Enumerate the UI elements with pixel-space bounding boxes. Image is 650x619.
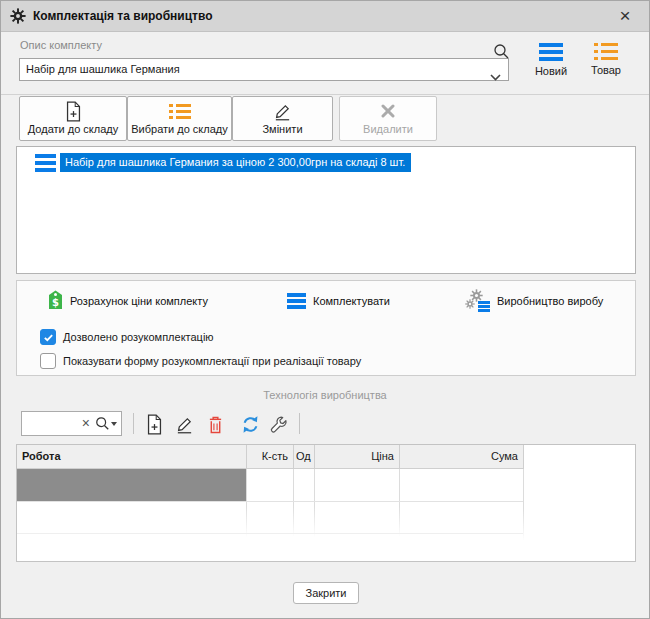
edit-work-button[interactable] xyxy=(173,412,195,436)
clear-search-icon[interactable]: × xyxy=(79,412,93,435)
list-item[interactable]: Набір для шашлика Германия за ціною 2 30… xyxy=(35,152,411,173)
orange-list-icon xyxy=(128,100,231,122)
add-document-icon xyxy=(20,100,126,122)
gear-icon xyxy=(10,8,26,24)
new-kit-label: Новий xyxy=(525,65,577,77)
show-disassembly-form-label: Показувати форму розукомплектації при ре… xyxy=(63,355,361,367)
show-disassembly-form-option[interactable]: Показувати форму розукомплектації при ре… xyxy=(40,353,361,369)
add-work-button[interactable] xyxy=(143,412,165,436)
new-kit-button[interactable]: Новий xyxy=(525,43,577,85)
kit-list[interactable]: Набір для шашлика Германия за ціною 2 30… xyxy=(16,146,636,274)
svg-text:$: $ xyxy=(52,297,59,308)
close-dialog-label: Закрити xyxy=(305,587,346,599)
search-icon[interactable] xyxy=(95,416,110,431)
window-title: Комплектація та виробництво xyxy=(33,9,213,23)
kit-options-panel: $ Розрахунок ціни комплекту Комплектуват… xyxy=(16,280,636,376)
checkbox-unchecked-icon[interactable] xyxy=(40,353,56,369)
assemble-label: Комплектувати xyxy=(313,295,390,307)
kit-combobox[interactable]: Набір для шашлика Германия xyxy=(19,58,509,81)
allow-disassembly-label: Дозволено розукомплектацію xyxy=(63,331,214,343)
dialog-komplektacia: Комплектація та виробництво × Опис компл… xyxy=(0,0,650,619)
calc-price-action[interactable]: $ Розрахунок ціни комплекту xyxy=(48,291,208,311)
pencil-icon xyxy=(233,100,332,122)
gears-production-icon xyxy=(467,291,490,312)
chevron-down-icon[interactable] xyxy=(490,67,501,88)
production-action[interactable]: Виробництво виробу xyxy=(467,291,603,311)
work-search-input[interactable] xyxy=(22,417,79,431)
delete-label: Видалити xyxy=(340,122,436,136)
product-icon xyxy=(594,43,618,60)
delete-x-icon xyxy=(340,100,436,122)
allow-disassembly-option[interactable]: Дозволено розукомплектацію xyxy=(40,329,214,345)
divider xyxy=(1,94,649,95)
work-table[interactable]: Робота К-сть Од Ціна Сума xyxy=(16,444,636,562)
kit-description-label: Опис комплекту xyxy=(20,39,102,51)
refresh-icon[interactable] xyxy=(239,412,261,436)
column-header-unit[interactable]: Од xyxy=(294,445,315,469)
toolbar-separator xyxy=(299,413,300,434)
blue-bars-icon xyxy=(287,293,306,309)
checkbox-checked-icon[interactable] xyxy=(40,329,56,345)
column-header-work[interactable]: Робота xyxy=(17,445,247,469)
price-tag-icon: $ xyxy=(48,290,63,312)
production-caption: Технологія виробництва xyxy=(1,389,649,401)
search-options-arrow-icon[interactable] xyxy=(111,422,117,426)
selected-cell[interactable] xyxy=(17,469,247,501)
new-kit-icon xyxy=(539,43,563,61)
title-bar: Комплектація та виробництво × xyxy=(1,1,649,32)
pick-to-stock-label: Вибрати до складу xyxy=(128,122,231,136)
calc-price-label: Розрахунок ціни комплекту xyxy=(70,295,208,307)
assemble-action[interactable]: Комплектувати xyxy=(287,291,390,311)
add-to-stock-button[interactable]: Додати до складу xyxy=(19,96,127,141)
kit-item-text: Набір для шашлика Германия за ціною 2 30… xyxy=(60,153,411,172)
pick-to-stock-button[interactable]: Вибрати до складу xyxy=(127,96,232,141)
toolbar-separator xyxy=(133,413,134,434)
wrench-icon[interactable] xyxy=(267,412,289,436)
kit-item-icon xyxy=(35,154,56,172)
production-label: Виробництво виробу xyxy=(497,295,603,307)
close-dialog-button[interactable]: Закрити xyxy=(293,582,359,604)
edit-label: Змінити xyxy=(233,122,332,136)
search-kit-icon[interactable] xyxy=(493,43,510,60)
kit-combobox-value: Набір для шашлика Германия xyxy=(26,63,180,75)
edit-button[interactable]: Змінити xyxy=(232,96,333,141)
column-header-sum[interactable]: Сума xyxy=(400,445,524,469)
product-button[interactable]: Товар xyxy=(580,43,632,85)
column-header-price[interactable]: Ціна xyxy=(315,445,400,469)
product-label: Товар xyxy=(580,64,632,76)
column-header-qty[interactable]: К-сть xyxy=(247,445,294,469)
delete-work-button[interactable] xyxy=(204,412,226,436)
delete-button[interactable]: Видалити xyxy=(339,96,437,141)
close-icon[interactable]: × xyxy=(613,3,637,29)
add-to-stock-label: Додати до складу xyxy=(20,122,126,136)
work-search-box[interactable]: × xyxy=(21,411,122,436)
